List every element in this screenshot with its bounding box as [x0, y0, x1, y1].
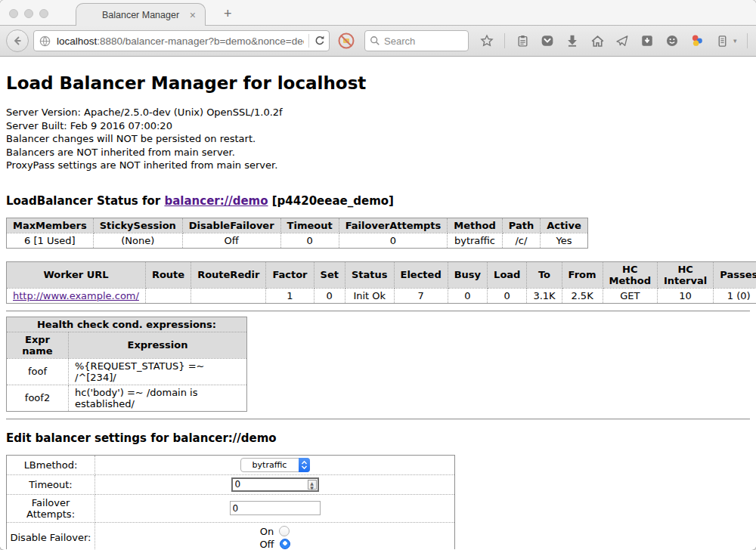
cell-failoverattempts: 0: [339, 233, 448, 248]
back-button[interactable]: [6, 29, 29, 52]
addon-download-button[interactable]: [640, 33, 655, 48]
col-failoverattempts: FailoverAttempts: [339, 218, 448, 233]
col-busy: Busy: [448, 261, 487, 288]
col-status: Status: [345, 261, 394, 288]
worker-header-row: Worker URL Route RouteRedir Factor Set S…: [7, 261, 756, 288]
radio-on-option[interactable]: On: [98, 525, 451, 538]
chevron-down-icon[interactable]: ▾: [733, 37, 737, 45]
server-built-line: Server Built: Feb 9 2016 07:00:20: [6, 119, 750, 133]
toolbar-divider: [504, 33, 505, 48]
search-input[interactable]: [384, 36, 460, 47]
new-tab-button[interactable]: +: [219, 6, 237, 25]
extension-colored-dots-button[interactable]: [689, 33, 705, 48]
inherit-note-line: Balancers are NOT inherited from main se…: [6, 146, 750, 159]
cell-maxmembers: 6 [1 Used]: [7, 233, 94, 248]
worker-url-link[interactable]: http://www.example.com/: [13, 290, 139, 301]
star-icon: [480, 34, 494, 48]
server-version-line: Server Version: Apache/2.5.0-dev (Unix) …: [6, 106, 750, 119]
cell-stickysession: (None): [93, 233, 182, 248]
globe-icon: [39, 35, 51, 48]
col-active: Active: [541, 218, 588, 233]
server-info: Server Version: Apache/2.5.0-dev (Unix) …: [6, 106, 750, 172]
timeout-input[interactable]: [231, 477, 319, 492]
col-timeout: Timeout: [280, 218, 339, 233]
lbmethod-select[interactable]: bytraffic: [240, 458, 310, 472]
minimize-window-button[interactable]: [24, 9, 33, 18]
radio-off-button[interactable]: [280, 539, 290, 549]
zoom-window-button[interactable]: [39, 9, 48, 18]
pocket-icon: [541, 34, 554, 48]
back-arrow-icon: [11, 35, 23, 47]
chat-button[interactable]: [665, 33, 680, 48]
col-elected: Elected: [394, 261, 448, 288]
cell-expression: hc('body') =~ /domain is established/: [69, 385, 247, 411]
number-stepper-icon[interactable]: ▲▼: [308, 480, 317, 490]
cell-method: bytraffic: [448, 233, 502, 248]
worker-data-row: http://www.example.com/ 1 0 Init Ok 7 0 …: [7, 288, 756, 303]
cell-expr-name: foof: [7, 358, 69, 385]
url-text[interactable]: localhost:8880/balancer-manager?b=demo&n…: [57, 36, 304, 47]
cell-elected: 7: [394, 288, 448, 303]
col-method: Method: [448, 218, 502, 233]
radio-off-label: Off: [259, 539, 274, 550]
balancer-header-row: MaxMembers StickySession DisableFailover…: [7, 218, 588, 233]
health-table-title: Health check cond. expressions:: [7, 317, 247, 332]
square-download-icon: [640, 34, 654, 48]
radio-on-button[interactable]: [279, 526, 290, 536]
home-button[interactable]: [590, 33, 605, 48]
toolbar-divider: [747, 33, 748, 48]
reading-list-button[interactable]: [515, 33, 530, 48]
worker-status-table: Worker URL Route RouteRedir Factor Set S…: [6, 261, 756, 304]
cell-hc-method: GET: [603, 288, 657, 303]
col-path: Path: [502, 218, 540, 233]
plugin-blocked-icon[interactable]: [337, 32, 355, 50]
download-arrow-icon: [565, 34, 579, 48]
col-from: From: [562, 261, 603, 288]
col-worker-url: Worker URL: [7, 261, 146, 288]
downloads-button[interactable]: [565, 33, 580, 48]
notes-panel-button[interactable]: [714, 33, 730, 48]
reload-icon[interactable]: [314, 35, 326, 47]
panel-list-icon: [716, 35, 729, 48]
timeout-row: Timeout: ▲▼: [7, 474, 455, 494]
clipboard-icon: [516, 35, 529, 48]
col-to: To: [527, 261, 562, 288]
lbmethod-selected-value: bytraffic: [241, 460, 299, 470]
url-bar[interactable]: localhost:8880/balancer-manager?b=demo&n…: [33, 30, 330, 51]
page-title: Load Balancer Manager for localhost: [6, 57, 750, 93]
col-load: Load: [488, 261, 527, 288]
balancer-settings-form: LBmethod: bytraffic Timeout: ▲▼: [6, 455, 455, 550]
health-row-foof: foof %{REQUEST_STATUS} =~ /^[234]/: [7, 358, 247, 385]
tab-close-icon[interactable]: ×: [190, 10, 196, 20]
disable-failover-label: Disable Failover:: [7, 522, 95, 549]
search-icon: [370, 36, 380, 46]
urlbar-divider: [308, 34, 309, 48]
cell-active: Yes: [541, 233, 588, 248]
balancer-demo-link[interactable]: balancer://demo: [164, 194, 268, 208]
cell-disablefailover: Off: [182, 233, 280, 248]
edit-settings-heading: Edit balancer settings for balancer://de…: [6, 431, 750, 445]
tab-balancer-manager[interactable]: Balancer Manager ×: [76, 3, 206, 26]
failover-attempts-row: Failover Attempts:: [7, 494, 455, 522]
search-box[interactable]: [364, 30, 469, 51]
cell-path: /c/: [502, 233, 540, 248]
health-title-row: Health check cond. expressions:: [7, 317, 247, 332]
cell-hc-interval: 10: [657, 288, 713, 303]
proxypass-note-line: ProxyPass settings are NOT inherited fro…: [6, 159, 750, 172]
loadbalancer-status-heading: LoadBalancer Status for balancer://demo …: [6, 194, 750, 208]
timeout-label: Timeout:: [7, 474, 95, 494]
pocket-button[interactable]: [540, 33, 555, 48]
cell-route: [145, 288, 191, 303]
close-window-button[interactable]: [9, 9, 18, 18]
radio-off-option[interactable]: Off: [98, 538, 451, 550]
cell-passes: 1 (0): [714, 288, 756, 303]
col-hc-method: HC Method: [603, 261, 657, 288]
bookmark-star-button[interactable]: [479, 33, 494, 48]
toolbar-icons: ▾: [479, 33, 756, 48]
col-hc-interval: HC Interval: [657, 261, 713, 288]
failover-attempts-input[interactable]: [230, 501, 321, 515]
balancer-status-table: MaxMembers StickySession DisableFailover…: [6, 218, 588, 249]
window-controls[interactable]: [9, 9, 48, 18]
send-button[interactable]: [615, 33, 630, 48]
health-row-foof2: foof2 hc('body') =~ /domain is establish…: [7, 385, 247, 411]
